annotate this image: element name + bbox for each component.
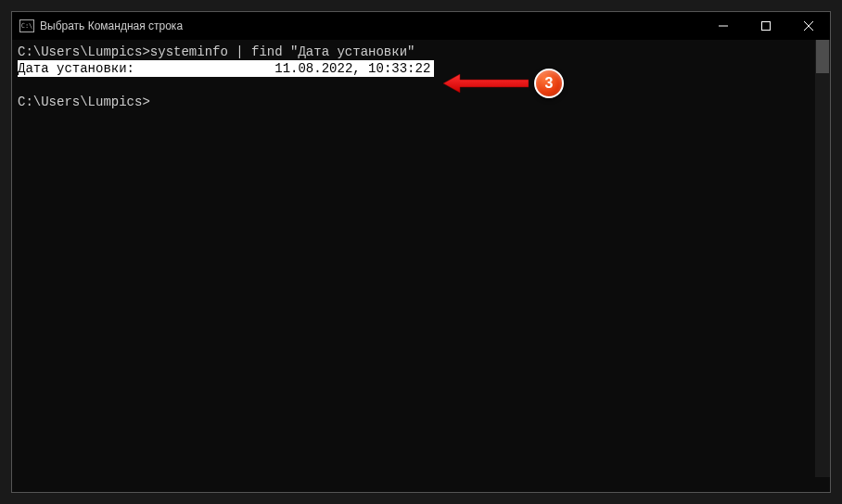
output-spacing bbox=[134, 61, 274, 76]
scrollbar-thumb[interactable] bbox=[816, 40, 829, 73]
content-area: C:\Users\Lumpics>systeminfo | find "Дата… bbox=[12, 40, 830, 477]
arrow-icon bbox=[443, 72, 529, 94]
step-number: 3 bbox=[545, 75, 554, 92]
bottom-spacer bbox=[12, 477, 830, 492]
svg-rect-1 bbox=[762, 22, 771, 31]
command-prompt-window: C:\ Выбрать Командная строка C:\Users\Lu… bbox=[11, 11, 831, 493]
output-highlighted: Дата установки: 11.08.2022, 10:33:22 bbox=[18, 60, 434, 77]
minimize-button[interactable] bbox=[702, 12, 745, 40]
close-button[interactable] bbox=[787, 12, 830, 40]
vertical-scrollbar[interactable] bbox=[815, 40, 830, 477]
step-badge: 3 bbox=[534, 69, 564, 98]
titlebar[interactable]: C:\ Выбрать Командная строка bbox=[12, 12, 830, 40]
output-value: 11.08.2022, 10:33:22 bbox=[274, 61, 430, 76]
window-controls bbox=[702, 12, 830, 40]
maximize-button[interactable] bbox=[745, 12, 787, 40]
prompt-1: C:\Users\Lumpics>systeminfo | find "Дата… bbox=[18, 44, 415, 59]
prompt-path: C:\Users\Lumpics> bbox=[18, 44, 150, 59]
app-icon-text: C:\ bbox=[21, 22, 33, 30]
terminal-output[interactable]: C:\Users\Lumpics>systeminfo | find "Дата… bbox=[12, 40, 815, 477]
command-text: systeminfo | find "Дата установки" bbox=[150, 44, 415, 59]
prompt-2: C:\Users\Lumpics> bbox=[18, 94, 150, 109]
step-annotation: 3 bbox=[443, 69, 564, 98]
app-icon: C:\ bbox=[19, 19, 34, 32]
output-label: Дата установки: bbox=[18, 61, 134, 76]
window-title: Выбрать Командная строка bbox=[40, 19, 702, 32]
